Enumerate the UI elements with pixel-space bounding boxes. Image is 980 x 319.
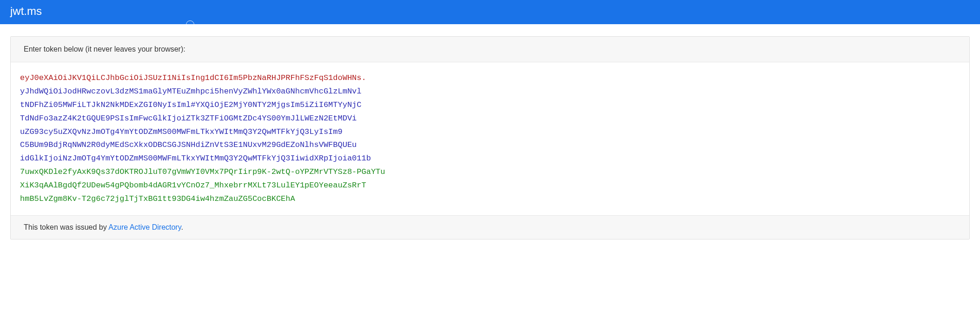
- app-title: jwt.ms: [0, 0, 980, 24]
- token-input-area[interactable]: eyJ0eXAiOiJKV1QiLCJhbGciOiJSUzI1NiIsIng1…: [11, 62, 969, 215]
- token-header-segment: eyJ0eXAiOiJKV1QiLCJhbGciOiJSUzI1NiIsIng1…: [20, 72, 960, 85]
- loading-spinner-icon: [186, 20, 194, 29]
- token-payload-segment: tNDFhZi05MWFiLTJkN2NkMDExZGI0NyIsIml#YXQ…: [20, 99, 960, 112]
- app-header: jwt.ms: [0, 0, 980, 24]
- issuer-suffix: .: [181, 223, 183, 231]
- main-panel: Enter token below (it never leaves your …: [10, 36, 970, 239]
- token-payload-segment: idGlkIjoiNzJmOTg4YmYtODZmMS00MWFmLTkxYWI…: [20, 152, 960, 166]
- token-payload-segment: yJhdWQiOiJodHRwczovL3dzMS1maGlyMTEuZmhpc…: [20, 85, 960, 99]
- issuer-link[interactable]: Azure Active Directory: [108, 223, 181, 231]
- token-signature-segment: 7uwxQKDle2fyAxK9Qs37dOKTROJluT07gVmWYI0V…: [20, 166, 960, 179]
- issuer-note: This token was issued by Azure Active Di…: [11, 215, 969, 239]
- issuer-prefix: This token was issued by: [24, 223, 108, 231]
- token-signature-segment: hmB5LvZgm8Kv-T2g6c72jglTjTxBG1tt93DG4iw4…: [20, 193, 960, 206]
- token-payload-segment: C5BUm9BdjRqNWN2R0dyMEdScXkxODBCSGJSNHdiZ…: [20, 139, 960, 152]
- token-signature-segment: XiK3qAAlBgdQf2UDew54gPQbomb4dAGR1vYCnOz7…: [20, 179, 960, 193]
- token-payload-segment: TdNdFo3azZ4K2tGQUE9PSIsImFwcGlkIjoiZTk3Z…: [20, 112, 960, 126]
- token-payload-segment: uZG93cy5uZXQvNzJmOTg4YmYtODZmMS00MWFmLTk…: [20, 126, 960, 139]
- token-input-label: Enter token below (it never leaves your …: [11, 37, 969, 62]
